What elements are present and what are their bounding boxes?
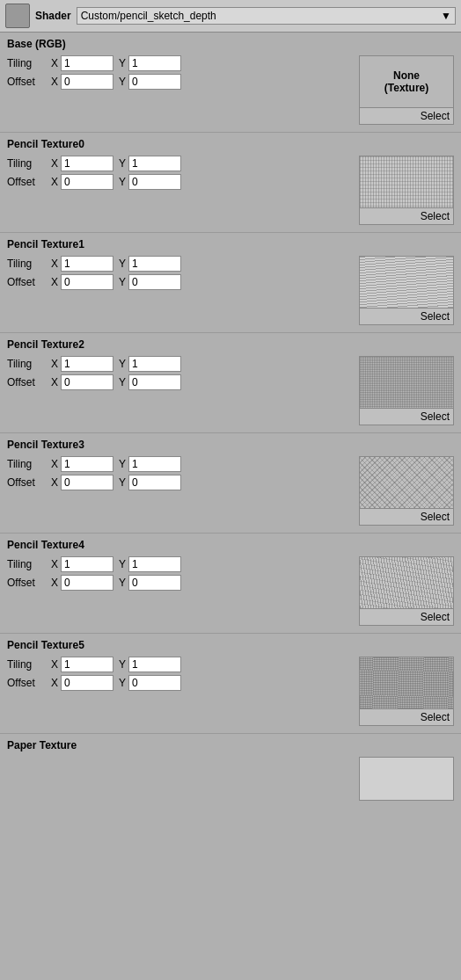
section-base-rgb: Base (RGB) Tiling X Y Offset X Y	[0, 33, 461, 133]
section-title-pencil4: Pencil Texture4	[7, 539, 454, 551]
offset-y-input-5[interactable]	[128, 575, 181, 591]
oy-label-3: Y	[119, 376, 126, 388]
oy-label-0: Y	[119, 76, 126, 88]
x-label-0: X	[51, 57, 58, 69]
y-label-3: Y	[119, 358, 126, 370]
tiling-x-input-4[interactable]	[61, 456, 113, 472]
select-button-4[interactable]: Select	[359, 509, 454, 526]
select-button-1[interactable]: Select	[359, 208, 454, 225]
content: Base (RGB) Tiling X Y Offset X Y	[0, 33, 461, 806]
avatar	[5, 4, 30, 28]
tiling-label-5: Tiling	[7, 558, 49, 570]
offset-label-0: Offset	[7, 76, 49, 88]
shader-value: Custom/pencil_sketch_depth	[81, 10, 216, 22]
section-pencil-texture4: Pencil Texture4 Tiling X Y Offset X Y	[0, 534, 461, 634]
texture-thumb-4	[359, 456, 454, 509]
offset-x-input-1[interactable]	[61, 174, 113, 190]
ox-label-3: X	[51, 376, 58, 388]
ox-label-5: X	[51, 577, 58, 589]
tiling-x-input-2[interactable]	[61, 256, 113, 272]
tiling-y-input-2[interactable]	[128, 256, 181, 272]
oy-label-5: Y	[119, 577, 126, 589]
offset-label-6: Offset	[7, 677, 49, 689]
offset-y-input-2[interactable]	[128, 274, 181, 290]
x-label-2: X	[51, 258, 58, 270]
section-title-paper: Paper Texture	[7, 739, 454, 751]
section-title-pencil0: Pencil Texture0	[7, 138, 454, 150]
offset-y-input-4[interactable]	[128, 475, 181, 490]
tiling-label-4: Tiling	[7, 458, 49, 470]
tiling-x-input-0[interactable]	[61, 55, 113, 71]
texture-thumb-5	[359, 556, 454, 609]
tiling-x-input-5[interactable]	[61, 556, 113, 572]
offset-x-input-0[interactable]	[61, 74, 113, 90]
y-label-2: Y	[119, 258, 126, 270]
select-button-2[interactable]: Select	[359, 309, 454, 325]
y-label-5: Y	[119, 558, 126, 570]
offset-x-input-2[interactable]	[61, 274, 113, 290]
ox-label-6: X	[51, 677, 58, 689]
y-label-1: Y	[119, 157, 126, 170]
section-title-pencil1: Pencil Texture1	[7, 238, 454, 250]
section-pencil-texture0: Pencil Texture0 Tiling X Y Offset X Y	[0, 133, 461, 233]
y-label-4: Y	[119, 458, 126, 470]
tiling-label-0: Tiling	[7, 57, 49, 69]
select-button-5[interactable]: Select	[359, 609, 454, 626]
offset-x-input-3[interactable]	[61, 374, 113, 390]
top-bar: Shader Custom/pencil_sketch_depth ▼	[0, 0, 461, 33]
tiling-y-input-4[interactable]	[128, 456, 181, 472]
shader-dropdown[interactable]: Custom/pencil_sketch_depth ▼	[77, 7, 456, 25]
section-pencil-texture3: Pencil Texture3 Tiling X Y Offset X Y	[0, 433, 461, 534]
tiling-label-3: Tiling	[7, 358, 49, 370]
ox-label-0: X	[51, 76, 58, 88]
texture-thumb-2	[359, 256, 454, 309]
tiling-x-input-1[interactable]	[61, 156, 113, 171]
offset-label-3: Offset	[7, 376, 49, 388]
ox-label-4: X	[51, 476, 58, 489]
section-pencil-texture2: Pencil Texture2 Tiling X Y Offset X Y	[0, 333, 461, 433]
offset-y-input-1[interactable]	[128, 174, 181, 190]
shader-label: Shader	[35, 10, 71, 22]
tiling-x-input-3[interactable]	[61, 356, 113, 372]
section-title-pencil5: Pencil Texture5	[7, 639, 454, 651]
x-label-5: X	[51, 558, 58, 570]
offset-label-1: Offset	[7, 176, 49, 188]
select-button-0[interactable]: Select	[359, 108, 454, 125]
offset-y-input-0[interactable]	[128, 74, 181, 90]
tiling-y-input-1[interactable]	[128, 156, 181, 171]
section-title-base-rgb: Base (RGB)	[7, 38, 454, 50]
oy-label-2: Y	[119, 276, 126, 288]
select-button-3[interactable]: Select	[359, 409, 454, 425]
tiling-y-input-6[interactable]	[128, 657, 181, 672]
offset-y-input-3[interactable]	[128, 374, 181, 390]
oy-label-4: Y	[119, 476, 126, 489]
oy-label-6: Y	[119, 677, 126, 689]
section-pencil-texture1: Pencil Texture1 Tiling X Y Offset X Y	[0, 233, 461, 333]
tiling-y-input-0[interactable]	[128, 55, 181, 71]
offset-x-input-4[interactable]	[61, 475, 113, 490]
section-paper-texture: Paper Texture	[0, 734, 461, 806]
dropdown-arrow-icon: ▼	[441, 10, 451, 22]
texture-thumb-0: None (Texture)	[359, 55, 454, 108]
tiling-label-2: Tiling	[7, 258, 49, 270]
texture-thumb-3	[359, 356, 454, 409]
y-label-6: Y	[119, 658, 126, 671]
offset-x-input-6[interactable]	[61, 675, 113, 691]
section-pencil-texture5: Pencil Texture5 Tiling X Y Offset X Y	[0, 634, 461, 734]
offset-label-2: Offset	[7, 276, 49, 288]
section-title-pencil3: Pencil Texture3	[7, 439, 454, 451]
tiling-x-input-6[interactable]	[61, 657, 113, 672]
offset-label-5: Offset	[7, 577, 49, 589]
x-label-1: X	[51, 157, 58, 170]
x-label-4: X	[51, 458, 58, 470]
tiling-y-input-3[interactable]	[128, 356, 181, 372]
tiling-y-input-5[interactable]	[128, 556, 181, 572]
offset-y-input-6[interactable]	[128, 675, 181, 691]
offset-x-input-5[interactable]	[61, 575, 113, 591]
ox-label-2: X	[51, 276, 58, 288]
x-label-3: X	[51, 358, 58, 370]
section-title-pencil2: Pencil Texture2	[7, 338, 454, 351]
select-button-6[interactable]: Select	[359, 709, 454, 726]
ox-label-1: X	[51, 176, 58, 188]
y-label-0: Y	[119, 57, 126, 69]
